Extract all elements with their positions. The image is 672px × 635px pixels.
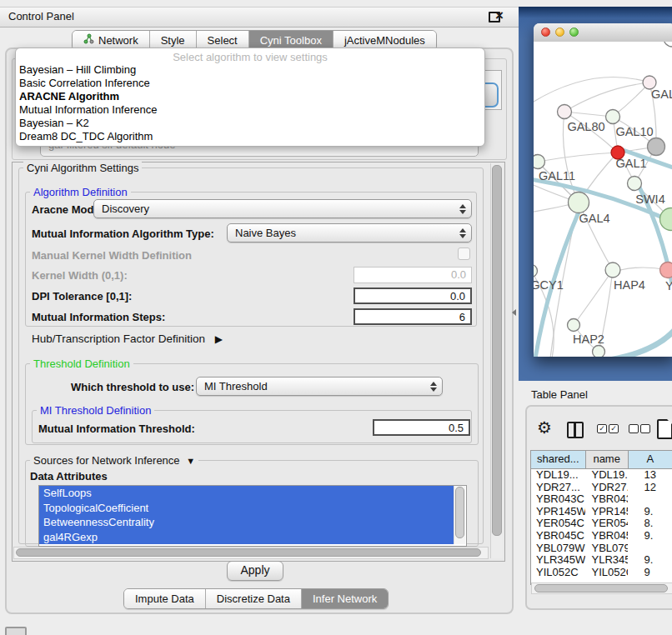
attribute-item-selected[interactable]: BetweennessCentrality [39,515,458,530]
algorithm-option[interactable]: Mutual Information Inference [16,103,484,117]
network-node-gal4[interactable] [569,192,589,213]
sources-title[interactable]: Sources for Network Inference ▼ [30,454,198,467]
attribute-item-selected[interactable]: SelfLoops [39,486,458,501]
table-row[interactable]: YER054CYER054C8. [531,518,672,530]
network-node[interactable] [648,138,665,156]
minimized-panel-icon[interactable] [5,627,27,635]
panel-resize-handle[interactable] [512,309,516,316]
table-cell: 9. [628,554,672,567]
mi-threshold-definition-title: MI Threshold Definition [37,404,154,417]
column-header[interactable]: A [629,451,672,468]
combo-arrows-icon [429,381,436,392]
node-label: SWI4 [635,192,664,206]
window-zoom-icon[interactable] [569,28,579,37]
attribute-item-selected[interactable]: gal4RGexp [39,530,458,545]
network-node-gal80[interactable] [558,105,572,119]
table-cell: YBR043C [531,493,585,506]
attribute-item-selected[interactable]: TopologicalCoefficient [39,501,458,516]
table-header-row: shared...nameA [531,451,672,469]
network-node-y[interactable] [660,262,672,278]
network-node[interactable] [664,42,672,47]
network-node-swi4[interactable] [628,177,642,191]
table-row[interactable]: YBR043CYBR043C [531,493,672,506]
chevron-right-icon: ▶ [215,333,223,345]
dpi-tolerance-label: DPI Tolerance [0,1]: [32,290,132,302]
table-cell: YLR345W [585,554,628,567]
node-label: GAL4 [579,212,609,225]
table-row[interactable]: YDL19...YDL19...13 [531,469,672,482]
network-overview-window[interactable]: GALGAL80GAL10GAL1GAL11SWI4GAL4GCY1HAP4YH… [534,23,672,357]
table-row[interactable]: YBR045CYBR045C9. [531,530,672,542]
table-row[interactable]: YDR27...YDR27...12 [531,482,672,494]
checkbox-unchecked-icon[interactable] [629,424,639,433]
mi-steps-field[interactable]: 6 [354,308,472,325]
settings-hscrollbar-thumb[interactable] [16,548,481,557]
node-label: GAL [651,88,672,101]
table-cell: YIL052C [531,567,585,579]
data-attributes-list[interactable]: SelfLoopsTopologicalCoefficientBetweenne… [38,485,467,547]
table-hscrollbar[interactable] [531,582,672,594]
algorithm-option[interactable]: Bayesian – Hill Climbing [16,63,484,77]
network-node-hap2[interactable] [568,319,580,332]
algorithm-option[interactable]: Bayesian – K2 [16,117,484,130]
table-row[interactable]: YPR145WYPR145W9. [531,506,672,518]
network-window-titlebar[interactable] [534,23,672,42]
network-edge[interactable] [538,152,618,162]
network-node-gal10[interactable] [606,110,620,124]
checkbox-checked-icon[interactable]: ✓ [597,424,607,433]
table-row[interactable]: YBL079WYBL079W [531,542,672,555]
network-node-hap4[interactable] [605,262,620,278]
mi-steps-label: Mutual Information Steps: [32,311,165,323]
combo-arrows-icon [459,228,465,239]
table-row[interactable]: YLR345WYLR345W9. [531,554,672,567]
window-minimize-icon[interactable] [555,28,564,37]
algorithm-option[interactable]: Basic Correlation Inference [16,77,484,90]
table-row[interactable]: YIL052CYIL052C9 [531,567,672,579]
checkbox-unchecked-icon[interactable] [640,424,650,433]
algorithm-dropdown-list: Bayesian – Hill ClimbingBasic Correlatio… [16,63,484,143]
apply-button[interactable]: Apply [227,561,283,581]
node-label: GAL80 [567,120,604,133]
gear-icon[interactable]: ⚙ [537,418,552,438]
table-cell: YDR27... [585,482,628,494]
algorithm-option[interactable]: ARACNE Algorithm [16,90,484,103]
algorithm-definition-title: Algorithm Definition [30,186,131,198]
table-hscrollbar-thumb[interactable] [534,584,668,592]
table-cell: 12 [628,482,672,494]
aracne-mode-combo[interactable]: Discovery [93,199,472,218]
table-cell: YPR145W [585,506,628,518]
close-panel-icon[interactable]: × [495,8,504,24]
checkbox-checked-icon[interactable]: ✓ [609,424,619,433]
hub-definition-toggle[interactable]: Hub/Transcription Factor Definition ▶ [32,332,223,345]
attributes-vscrollbar-thumb[interactable] [455,487,464,538]
mi-type-combo[interactable]: Naive Bayes [227,223,472,242]
tab-impute-data[interactable]: Impute Data [124,589,206,608]
algorithm-option[interactable]: Dream8 DC_TDC Algorithm [16,130,484,143]
network-node[interactable] [660,208,672,231]
kernel-width-field[interactable]: 0.0 [354,267,472,283]
table-cell: YDR27... [531,482,585,494]
document-icon[interactable] [657,419,672,439]
table-cell: 9. [628,506,672,518]
tab-discretize-data[interactable]: Discretize Data [206,589,302,608]
network-edge[interactable] [574,270,613,325]
settings-vscrollbar-thumb[interactable] [492,165,502,536]
columns-icon[interactable] [567,422,584,438]
table-cell: YBL079W [585,542,628,555]
which-threshold-combo[interactable]: MI Threshold [196,377,443,396]
network-node-gcy1[interactable] [534,265,538,278]
window-close-icon[interactable] [541,28,550,37]
network-node[interactable] [593,346,605,358]
network-edge[interactable] [564,82,649,112]
network-canvas[interactable]: GALGAL80GAL10GAL1GAL11SWI4GAL4GCY1HAP4YH… [534,42,672,357]
mi-threshold-field[interactable]: 0.5 [373,419,470,436]
tab-infer-network[interactable]: Infer Network [302,589,388,608]
column-header[interactable]: shared... [531,451,586,468]
node-table[interactable]: shared...nameA YDL19...YDL19...13YDR27..… [530,450,672,585]
column-header[interactable]: name [586,451,629,468]
dpi-tolerance-field[interactable]: 0.0 [354,288,472,304]
manual-kernel-checkbox[interactable] [458,248,470,260]
control-panel-titlebar [0,7,519,28]
app-root: Control Panel × Network Style Select Cyn… [0,0,672,635]
network-node-gal11[interactable] [534,155,545,169]
